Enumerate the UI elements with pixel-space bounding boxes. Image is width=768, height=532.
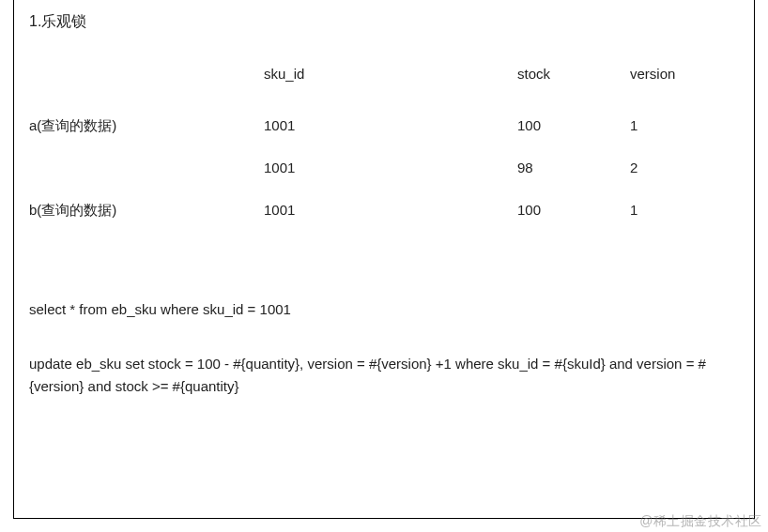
table-row: b(查询的数据) 1001 100 1 — [29, 200, 739, 242]
cell-sku-id: 1001 — [264, 115, 517, 158]
sql-select: select * from eb_sku where sku_id = 1001 — [29, 298, 739, 321]
cell-label: a(查询的数据) — [29, 115, 264, 158]
cell-sku-id: 1001 — [264, 200, 517, 242]
cell-label: b(查询的数据) — [29, 200, 264, 242]
cell-sku-id: 1001 — [264, 158, 517, 200]
document-sheet: 1.乐观锁 sku_id stock version a(查询的数据) 1001… — [13, 0, 755, 519]
cell-stock: 100 — [517, 200, 630, 242]
table-row: 1001 98 2 — [29, 158, 739, 200]
cell-version: 2 — [630, 158, 739, 200]
section-title: 1.乐观锁 — [29, 11, 739, 32]
col-header-label — [29, 64, 264, 115]
data-table: sku_id stock version a(查询的数据) 1001 100 1… — [29, 64, 739, 242]
table-header-row: sku_id stock version — [29, 64, 739, 115]
col-header-sku-id: sku_id — [264, 64, 517, 115]
table-row: a(查询的数据) 1001 100 1 — [29, 115, 739, 158]
col-header-version: version — [630, 64, 739, 115]
sql-update: update eb_sku set stock = 100 - #{quanti… — [29, 353, 739, 398]
page: 1.乐观锁 sku_id stock version a(查询的数据) 1001… — [0, 0, 768, 532]
cell-label — [29, 158, 264, 200]
col-header-stock: stock — [517, 64, 630, 115]
cell-stock: 98 — [517, 158, 630, 200]
cell-stock: 100 — [517, 115, 630, 158]
cell-version: 1 — [630, 115, 739, 158]
cell-version: 1 — [630, 200, 739, 242]
